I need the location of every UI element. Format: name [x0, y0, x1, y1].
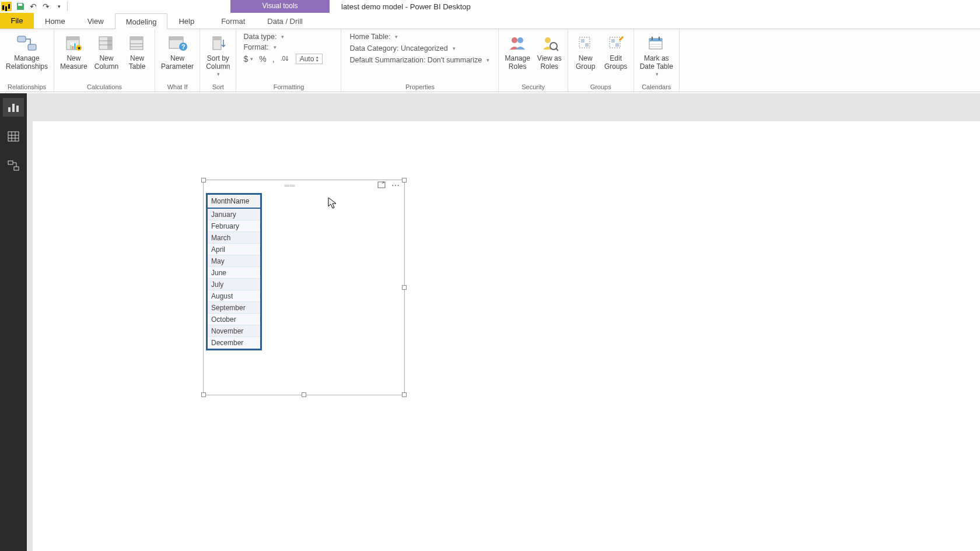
table-row[interactable]: February: [208, 220, 260, 232]
more-options-icon[interactable]: ⋯: [391, 181, 400, 190]
tab-help[interactable]: Help: [167, 13, 205, 29]
new-table-label: New Table: [129, 55, 146, 71]
undo-icon[interactable]: ↶: [27, 1, 40, 12]
manage-relationships-icon: [15, 33, 38, 54]
table-row[interactable]: June: [208, 267, 260, 279]
chevron-down-icon: ▾: [274, 44, 276, 50]
home-table-label: Home Table:: [349, 33, 390, 41]
svg-text:📊: 📊: [69, 41, 77, 50]
tab-home[interactable]: Home: [34, 13, 76, 29]
thousands-separator-button[interactable]: ,: [272, 54, 275, 64]
svg-text:?: ?: [181, 43, 186, 50]
svg-rect-0: [18, 36, 26, 42]
ribbon-group-calendars-label: Calendars: [636, 82, 677, 92]
view-as-roles-label: View as Roles: [537, 55, 562, 71]
format-dropdown[interactable]: Format: ▾: [243, 43, 334, 51]
chevron-down-icon: ▾: [395, 34, 398, 40]
table-row[interactable]: April: [208, 244, 260, 255]
view-as-roles-icon: [538, 33, 561, 54]
svg-point-23: [517, 37, 523, 43]
model-view-icon[interactable]: [3, 156, 24, 175]
chevron-down-icon: ▾: [453, 45, 456, 51]
new-measure-button[interactable]: 📊★ New Measure: [57, 30, 91, 71]
table-row[interactable]: July: [208, 279, 260, 290]
default-summarization-dropdown[interactable]: Default Summarization: Don't summarize ▾: [349, 56, 489, 64]
visual-header: ══ ⋯: [204, 180, 404, 191]
resize-handle[interactable]: [402, 392, 407, 397]
table-visual[interactable]: ══ ⋯ MonthName January February March Ap…: [203, 180, 405, 395]
report-canvas[interactable]: ══ ⋯ MonthName January February March Ap…: [33, 121, 980, 551]
focus-mode-icon[interactable]: [377, 181, 386, 190]
left-nav-rail: [0, 93, 27, 551]
table-row[interactable]: March: [208, 232, 260, 244]
table-row[interactable]: August: [208, 290, 260, 302]
data-view-icon[interactable]: [3, 127, 24, 146]
resize-handle[interactable]: [402, 178, 407, 183]
resize-handle[interactable]: [201, 392, 206, 397]
percent-button[interactable]: %: [259, 54, 266, 64]
table-row[interactable]: September: [208, 302, 260, 314]
data-type-label: Data type:: [243, 33, 276, 41]
edit-groups-icon: [604, 33, 628, 54]
drag-grip-icon[interactable]: ══: [208, 181, 372, 189]
table-row[interactable]: November: [208, 325, 260, 337]
decimal-places-input[interactable]: Auto ▴▾: [296, 54, 323, 64]
svg-rect-39: [8, 107, 10, 112]
ribbon-group-sort-label: Sort: [202, 82, 233, 92]
file-tab[interactable]: File: [0, 13, 34, 29]
tab-data-drill[interactable]: Data / Drill: [256, 13, 314, 29]
tab-modeling[interactable]: Modeling: [115, 13, 168, 29]
new-table-button[interactable]: New Table: [122, 30, 152, 71]
data-category-label: Data Category: Uncategorized: [349, 44, 447, 52]
table-row[interactable]: May: [208, 255, 260, 267]
svg-rect-12: [130, 37, 143, 40]
data-type-dropdown[interactable]: Data type: ▾: [243, 33, 334, 41]
new-parameter-button[interactable]: ? New Parameter: [158, 30, 197, 71]
decimal-places-value: Auto: [300, 55, 314, 63]
canvas-area: ══ ⋯ MonthName January February March Ap…: [27, 93, 980, 551]
manage-relationships-button[interactable]: Manage Relationships: [2, 30, 51, 71]
ribbon-tabs: File Home View Modeling Help Format Data…: [0, 13, 980, 29]
ribbon-group-groups: New Group Edit Groups Groups: [568, 29, 634, 92]
manage-roles-button[interactable]: Manage Roles: [501, 30, 533, 71]
home-table-dropdown[interactable]: Home Table: ▾: [349, 33, 489, 41]
app-icon: [1, 1, 14, 12]
mark-as-date-table-button[interactable]: Mark as Date Table ▾: [636, 30, 677, 77]
column-header[interactable]: MonthName: [208, 195, 260, 209]
sort-by-column-button[interactable]: Sort by Column ▾: [202, 30, 233, 77]
data-category-dropdown[interactable]: Data Category: Uncategorized ▾: [349, 44, 489, 52]
decimals-icon[interactable]: .0: [281, 54, 290, 64]
table-row[interactable]: October: [208, 314, 260, 325]
ribbon-group-sort: Sort by Column ▾ Sort: [200, 29, 236, 92]
new-measure-icon: 📊★: [62, 33, 85, 54]
save-icon[interactable]: [14, 1, 27, 12]
svg-rect-28: [581, 39, 584, 43]
table-row[interactable]: January: [208, 209, 260, 220]
edit-groups-button[interactable]: Edit Groups: [601, 30, 631, 71]
svg-rect-42: [8, 132, 19, 141]
manage-roles-label: Manage Roles: [505, 55, 530, 71]
currency-button[interactable]: $: [243, 54, 248, 64]
view-as-roles-button[interactable]: View as Roles: [534, 30, 565, 71]
resize-handle[interactable]: [302, 392, 306, 397]
svg-rect-31: [611, 39, 615, 43]
month-table[interactable]: MonthName January February March April M…: [206, 193, 262, 350]
tab-view[interactable]: View: [76, 13, 115, 29]
svg-rect-1: [28, 44, 36, 50]
default-summarization-label: Default Summarization: Don't summarize: [349, 56, 482, 64]
redo-icon[interactable]: ↷: [40, 1, 52, 12]
resize-handle[interactable]: [201, 178, 206, 183]
svg-point-24: [545, 37, 551, 43]
title-bar: Visual tools latest demo model - Power B…: [230, 0, 980, 13]
new-column-button[interactable]: New Column: [91, 30, 122, 71]
new-column-label: New Column: [94, 55, 118, 71]
report-view-icon[interactable]: [3, 98, 24, 117]
spinner-icon[interactable]: ▴▾: [316, 55, 318, 62]
qat-divider: [67, 2, 68, 11]
tab-format[interactable]: Format: [210, 13, 256, 29]
new-group-button[interactable]: New Group: [570, 30, 601, 71]
table-row[interactable]: December: [208, 337, 260, 349]
resize-handle[interactable]: [402, 285, 407, 290]
qat-dropdown-icon[interactable]: ▾: [52, 1, 65, 12]
new-group-icon: [574, 33, 597, 54]
